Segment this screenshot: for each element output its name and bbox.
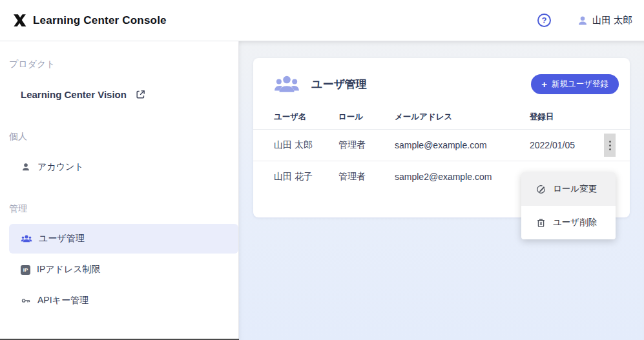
app-header: Learning Center Console ? 山田 太郎 <box>0 0 644 41</box>
sidebar-item-label: IPアドレス制限 <box>37 264 101 275</box>
person-icon <box>21 162 31 172</box>
sidebar-item-label: ユーザ管理 <box>39 233 85 245</box>
app-logo: Learning Center Console <box>12 12 167 28</box>
row-actions-menu: ロール変更 ユーザ削除 <box>521 172 616 239</box>
column-header-registered: 登録日 <box>530 112 604 123</box>
help-glyph: ? <box>541 16 546 25</box>
cell-username: 山田 太郎 <box>274 139 338 151</box>
cell-role: 管理者 <box>338 171 395 183</box>
column-header-role: ロール <box>338 112 395 123</box>
user-name: 山田 太郎 <box>592 14 632 26</box>
table-row: 山田 太郎 管理者 sample@example.com 2022/01/05 <box>253 129 630 161</box>
sidebar-item-api-key[interactable]: APIキー管理 <box>21 294 88 308</box>
cell-email: sample2@example.com <box>395 172 530 182</box>
sidebar-section-product: プロダクト <box>9 59 56 70</box>
sidebar-item-label: Learning Center Vision <box>21 89 127 100</box>
sidebar: プロダクト Learning Center Vision 個人 アカウント 管理… <box>0 41 239 340</box>
app-title: Learning Center Console <box>33 14 167 27</box>
page-title: ユーザ管理 <box>311 77 367 92</box>
people-group-icon <box>274 74 300 94</box>
key-icon <box>21 295 31 306</box>
cell-registered: 2022/01/05 <box>530 140 604 150</box>
sidebar-item-ip-restriction[interactable]: IP IPアドレス制限 <box>21 263 101 277</box>
external-link-icon <box>135 89 146 100</box>
plus-icon: + <box>541 79 547 89</box>
trash-icon <box>535 217 546 228</box>
menu-item-delete-user[interactable]: ユーザ削除 <box>521 206 616 239</box>
sidebar-item-label: APIキー管理 <box>37 295 88 306</box>
column-header-username: ユーザ名 <box>274 112 338 123</box>
sidebar-item-label: アカウント <box>37 161 84 173</box>
cell-email: sample@example.com <box>395 140 530 150</box>
cell-username: 山田 花子 <box>274 171 338 183</box>
menu-item-label: ユーザ削除 <box>553 217 597 228</box>
cell-role: 管理者 <box>338 139 395 151</box>
logo-x-icon <box>12 12 28 28</box>
sidebar-section-admin: 管理 <box>9 203 27 215</box>
row-actions-kebab-icon[interactable] <box>604 134 616 157</box>
sidebar-section-personal: 個人 <box>9 131 27 143</box>
table-header-row: ユーザ名 ロール メールアドレス 登録日 <box>253 105 630 129</box>
menu-item-label: ロール変更 <box>553 183 597 195</box>
help-icon[interactable]: ? <box>537 14 551 27</box>
column-header-email: メールアドレス <box>395 112 530 123</box>
new-user-button[interactable]: + 新規ユーザ登録 <box>531 74 619 94</box>
sidebar-item-user-management[interactable]: ユーザ管理 <box>9 224 238 254</box>
people-group-icon <box>21 233 32 245</box>
user-icon <box>577 15 588 26</box>
sidebar-item-account[interactable]: アカウント <box>21 160 84 174</box>
sidebar-item-learning-center-vision[interactable]: Learning Center Vision <box>21 87 146 101</box>
edit-circle-icon <box>535 184 546 195</box>
user-menu[interactable]: 山田 太郎 <box>577 14 632 26</box>
new-user-button-label: 新規ユーザ登録 <box>552 79 608 90</box>
menu-item-change-role[interactable]: ロール変更 <box>521 172 616 206</box>
ip-icon: IP <box>21 265 30 275</box>
